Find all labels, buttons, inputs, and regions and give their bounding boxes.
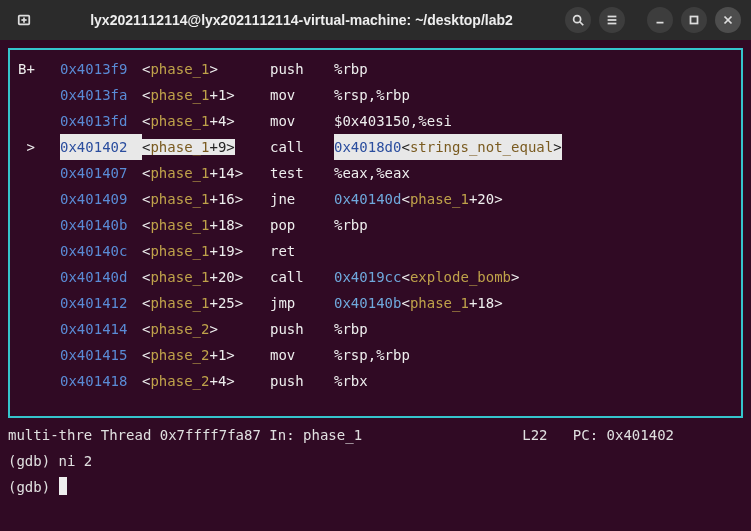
- disasm-row: 0x40140b <phase_1+18>pop%rbp: [14, 212, 737, 238]
- mnemonic: jne: [270, 186, 334, 212]
- address: 0x401402: [60, 134, 142, 160]
- new-tab-button[interactable]: [10, 6, 38, 34]
- target-symbol: phase_1: [410, 186, 469, 212]
- terminal[interactable]: B+0x4013f9 <phase_1>push%rbp0x4013fa <ph…: [0, 40, 751, 531]
- thread-model: multi-thre: [8, 427, 92, 443]
- symbol-ref: <phase_1+20>: [142, 264, 270, 290]
- symbol-ref: <phase_1>: [142, 56, 270, 82]
- mnemonic: mov: [270, 108, 334, 134]
- disasm-row: 0x401409 <phase_1+16>jne0x40140d <phase_…: [14, 186, 737, 212]
- operands: $0x403150,%esi: [334, 108, 452, 134]
- line-label: L22: [522, 427, 547, 443]
- symbol-ref: <phase_1+9>: [142, 134, 270, 160]
- mnemonic: mov: [270, 82, 334, 108]
- window-title: lyx2021112114@lyx2021112114-virtual-mach…: [46, 12, 557, 28]
- symbol-ref: <phase_1+1>: [142, 82, 270, 108]
- gutter: [14, 108, 60, 134]
- mnemonic: push: [270, 368, 334, 394]
- disassembly-panel: B+0x4013f9 <phase_1>push%rbp0x4013fa <ph…: [8, 48, 743, 418]
- target-address: 0x40140d: [334, 186, 401, 212]
- operands: %rbx: [334, 368, 368, 394]
- mnemonic: ret: [270, 238, 334, 264]
- symbol-ref: <phase_2+1>: [142, 342, 270, 368]
- operands: %rsp,%rbp: [334, 342, 410, 368]
- mnemonic: push: [270, 56, 334, 82]
- target-symbol: explode_bomb: [410, 264, 511, 290]
- gutter: [14, 186, 60, 212]
- status-func: phase_1: [303, 427, 362, 443]
- status-line: multi-thre Thread 0x7ffff7fa87 In: phase…: [0, 418, 751, 448]
- disasm-row: 0x40140d <phase_1+20>call0x4019cc <explo…: [14, 264, 737, 290]
- address: 0x401414: [60, 316, 142, 342]
- operands: %rbp: [334, 212, 368, 238]
- gutter: [14, 238, 60, 264]
- close-button[interactable]: [715, 7, 741, 33]
- hamburger-menu-button[interactable]: [599, 7, 625, 33]
- pc-value: 0x401402: [607, 427, 674, 443]
- thread-id: 0x7ffff7fa87: [160, 427, 261, 443]
- gdb-prompt: (gdb): [8, 479, 59, 495]
- address: 0x40140c: [60, 238, 142, 264]
- mnemonic: call: [270, 264, 334, 290]
- address: 0x401407: [60, 160, 142, 186]
- gdb-prev-line: (gdb) ni 2: [0, 448, 751, 474]
- address: 0x4013fd: [60, 108, 142, 134]
- disasm-row: >0x401402 <phase_1+9>call0x4018d0 <strin…: [14, 134, 737, 160]
- symbol-ref: <phase_1+18>: [142, 212, 270, 238]
- gutter: [14, 160, 60, 186]
- gutter: [14, 212, 60, 238]
- address: 0x401412: [60, 290, 142, 316]
- target-address: 0x4019cc: [334, 264, 401, 290]
- current-marker: >: [14, 134, 60, 160]
- maximize-button[interactable]: [681, 7, 707, 33]
- search-button[interactable]: [565, 7, 591, 33]
- disasm-row: 0x401412 <phase_1+25>jmp0x40140b <phase_…: [14, 290, 737, 316]
- symbol-ref: <phase_2+4>: [142, 368, 270, 394]
- address: 0x40140d: [60, 264, 142, 290]
- disasm-row: 0x4013fa <phase_1+1>mov%rsp,%rbp: [14, 82, 737, 108]
- minimize-button[interactable]: [647, 7, 673, 33]
- gutter: [14, 290, 60, 316]
- operands: %rbp: [334, 316, 368, 342]
- target-address: 0x40140b: [334, 290, 401, 316]
- address: 0x401409: [60, 186, 142, 212]
- operands: %rsp,%rbp: [334, 82, 410, 108]
- gutter: [14, 264, 60, 290]
- window-titlebar: lyx2021112114@lyx2021112114-virtual-mach…: [0, 0, 751, 40]
- symbol-ref: <phase_1+25>: [142, 290, 270, 316]
- svg-point-3: [574, 16, 581, 23]
- breakpoint-marker: B+: [14, 56, 60, 82]
- mnemonic: call: [270, 134, 334, 160]
- gutter: [14, 368, 60, 394]
- thread-label: Thread: [101, 427, 152, 443]
- address: 0x4013fa: [60, 82, 142, 108]
- mnemonic: test: [270, 160, 334, 186]
- svg-line-4: [580, 22, 584, 26]
- disasm-row: 0x401414 <phase_2>push%rbp: [14, 316, 737, 342]
- disasm-row: 0x401415 <phase_2+1>mov%rsp,%rbp: [14, 342, 737, 368]
- pc-label: PC:: [573, 427, 598, 443]
- mnemonic: jmp: [270, 290, 334, 316]
- address: 0x401418: [60, 368, 142, 394]
- disasm-row: 0x401407 <phase_1+14>test%eax,%eax: [14, 160, 737, 186]
- disasm-row: B+0x4013f9 <phase_1>push%rbp: [14, 56, 737, 82]
- symbol-ref: <phase_1+4>: [142, 108, 270, 134]
- mnemonic: pop: [270, 212, 334, 238]
- symbol-ref: <phase_1+16>: [142, 186, 270, 212]
- address: 0x40140b: [60, 212, 142, 238]
- status-spacer: [362, 427, 522, 443]
- operands: %rbp: [334, 56, 368, 82]
- gdb-prev-cmd: ni 2: [59, 453, 93, 469]
- operands: %eax,%eax: [334, 160, 410, 186]
- target-address: 0x4018d0: [334, 134, 401, 160]
- address: 0x401415: [60, 342, 142, 368]
- target-symbol: strings_not_equal: [410, 134, 553, 160]
- disasm-row: 0x40140c <phase_1+19>ret: [14, 238, 737, 264]
- gutter: [14, 82, 60, 108]
- disasm-row: 0x4013fd <phase_1+4>mov$0x403150,%esi: [14, 108, 737, 134]
- symbol-ref: <phase_1+14>: [142, 160, 270, 186]
- mnemonic: mov: [270, 342, 334, 368]
- gdb-current-line[interactable]: (gdb): [0, 474, 751, 500]
- symbol-ref: <phase_1+19>: [142, 238, 270, 264]
- target-symbol: phase_1: [410, 290, 469, 316]
